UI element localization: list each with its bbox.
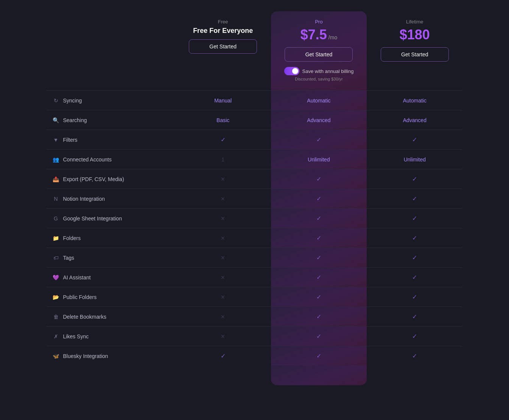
feature-icon: ✗ xyxy=(53,333,59,339)
feature-icon: 💜 xyxy=(53,274,59,281)
lifetime-feature-cell: ✓ xyxy=(367,208,462,228)
check-icon: ✓ xyxy=(316,215,321,222)
bottom-spacer-lifetime xyxy=(367,366,462,385)
feature-label: Filters xyxy=(63,137,78,143)
check-icon: ✓ xyxy=(412,175,417,183)
pro-bottom-spacer xyxy=(271,366,367,385)
cross-icon: ✕ xyxy=(221,176,225,182)
feature-name-cell: 📤 Export (PDF, CSV, Media) xyxy=(47,169,175,189)
free-plan-name: Free For Everyone xyxy=(193,27,253,35)
pro-feature-cell: ✓ xyxy=(271,326,367,346)
pro-feature-cell: Advanced xyxy=(271,110,367,130)
pro-plan-header: Pro $7.5 /mo Get Started Save with annua… xyxy=(271,11,367,90)
check-icon: ✓ xyxy=(316,195,321,202)
free-feature-cell: 1 xyxy=(175,149,271,169)
check-icon: ✓ xyxy=(412,234,417,242)
feature-icon: 🗑 xyxy=(53,314,59,320)
annual-billing-label: Save with annual billing xyxy=(302,68,354,74)
feature-name-cell: ▼ Filters xyxy=(47,130,175,149)
header-row: Free Free For Everyone Get Started Pro $… xyxy=(47,11,463,90)
cross-icon: ✕ xyxy=(221,255,225,261)
check-icon: ✓ xyxy=(412,136,417,143)
check-icon: ✓ xyxy=(412,195,417,202)
feature-name-cell: G Google Sheet Integration xyxy=(47,208,175,228)
lifetime-feature-cell: ✓ xyxy=(367,307,462,326)
free-plan-header: Free Free For Everyone Get Started xyxy=(175,11,271,90)
feature-label: Public Folders xyxy=(63,294,97,300)
feature-name-cell: ✗ Likes Sync xyxy=(47,326,175,346)
feature-label: Tags xyxy=(63,255,75,261)
check-icon: ✓ xyxy=(412,293,417,301)
feature-name-cell: 📂 Public Folders xyxy=(47,287,175,307)
free-get-started-button[interactable]: Get Started xyxy=(189,39,257,54)
feature-name-cell: 💜 AI Assistant xyxy=(47,267,175,287)
lifetime-feature-cell: ✓ xyxy=(367,287,462,307)
feature-name-cell: 🔍 Searching xyxy=(47,110,175,130)
cross-icon: ✕ xyxy=(221,196,225,202)
feature-name-cell: 🦋 Bluesky Integration xyxy=(47,346,175,366)
cross-icon: ✕ xyxy=(221,215,225,222)
lifetime-price-container: $180 xyxy=(400,27,430,43)
lifetime-plan-label: Lifetime xyxy=(406,19,423,25)
lifetime-get-started-button[interactable]: Get Started xyxy=(381,47,449,62)
pro-feature-cell: ✓ xyxy=(271,307,367,326)
lifetime-feature-cell: ✓ xyxy=(367,189,462,208)
pro-feature-cell: ✓ xyxy=(271,287,367,307)
feature-label: Searching xyxy=(63,117,87,123)
pro-get-started-button[interactable]: Get Started xyxy=(285,47,353,62)
check-icon: ✓ xyxy=(316,293,321,301)
check-icon: ✓ xyxy=(316,136,321,143)
feature-icon: 📂 xyxy=(53,294,59,300)
check-icon: ✓ xyxy=(412,274,417,281)
pro-feature-cell: ✓ xyxy=(271,346,367,366)
check-icon: ✓ xyxy=(412,254,417,261)
lifetime-price-amount: $180 xyxy=(400,27,430,43)
free-feature-cell: ✕ xyxy=(175,287,271,307)
feature-icon: 👥 xyxy=(53,157,59,163)
bottom-spacer-free xyxy=(175,366,271,385)
lifetime-feature-cell: ✓ xyxy=(367,267,462,287)
pro-price-period: /mo xyxy=(328,34,337,40)
cross-icon: ✕ xyxy=(221,333,225,339)
feature-label: Connected Accounts xyxy=(63,157,112,163)
pro-feature-cell: Unlimited xyxy=(271,149,367,169)
free-feature-cell: ✕ xyxy=(175,169,271,189)
pro-feature-cell: ✓ xyxy=(271,189,367,208)
lifetime-feature-cell: ✓ xyxy=(367,248,462,267)
lifetime-feature-cell: ✓ xyxy=(367,346,462,366)
check-icon: ✓ xyxy=(221,136,226,143)
pro-price-amount: $7.5 xyxy=(300,27,327,43)
lifetime-feature-cell: ✓ xyxy=(367,228,462,248)
pro-feature-cell: Automatic xyxy=(271,90,367,110)
pro-feature-cell: ✓ xyxy=(271,228,367,248)
feature-label: Export (PDF, CSV, Media) xyxy=(63,176,124,182)
free-feature-cell: ✕ xyxy=(175,326,271,346)
free-feature-cell: ✕ xyxy=(175,248,271,267)
empty-header xyxy=(47,11,175,90)
feature-label: Folders xyxy=(63,235,81,241)
pro-feature-cell: ✓ xyxy=(271,248,367,267)
annual-billing-toggle-row: Save with annual billing xyxy=(284,67,354,75)
feature-icon: 🔍 xyxy=(53,117,59,123)
check-icon: ✓ xyxy=(221,352,226,360)
annual-billing-toggle[interactable] xyxy=(284,67,299,75)
lifetime-feature-cell: ✓ xyxy=(367,169,462,189)
check-icon: ✓ xyxy=(316,274,321,281)
feature-icon: G xyxy=(53,215,59,222)
discount-text: Discounted, saving $30/yr xyxy=(295,77,343,81)
check-icon: ✓ xyxy=(316,352,321,360)
pricing-table: Free Free For Everyone Get Started Pro $… xyxy=(47,11,463,385)
feature-icon: 🦋 xyxy=(53,353,59,359)
lifetime-feature-cell: Automatic xyxy=(367,90,462,110)
lifetime-feature-cell: ✓ xyxy=(367,130,462,149)
feature-icon: 📤 xyxy=(53,176,59,182)
feature-label: Syncing xyxy=(63,98,82,104)
pro-price-container: $7.5 /mo xyxy=(300,27,337,43)
free-feature-cell: ✕ xyxy=(175,267,271,287)
check-icon: ✓ xyxy=(316,333,321,340)
feature-icon: ▼ xyxy=(53,137,59,143)
free-feature-cell: ✕ xyxy=(175,208,271,228)
feature-label: Google Sheet Integration xyxy=(63,215,122,222)
feature-icon: N xyxy=(53,196,59,202)
feature-icon: 📁 xyxy=(53,235,59,241)
